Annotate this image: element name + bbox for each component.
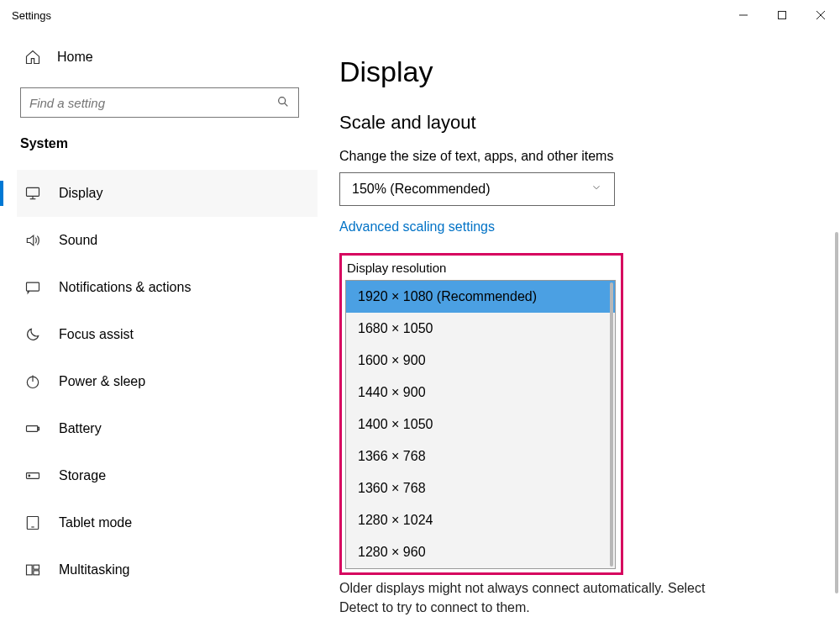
minimize-button[interactable] bbox=[724, 2, 763, 29]
resolution-option[interactable]: 1360 × 768 bbox=[346, 472, 615, 504]
advanced-scaling-link[interactable]: Advanced scaling settings bbox=[339, 219, 495, 235]
resolution-option[interactable]: 1366 × 768 bbox=[346, 440, 615, 472]
tablet-icon bbox=[24, 514, 42, 531]
sidebar-item-display[interactable]: Display bbox=[17, 170, 318, 217]
resolution-option[interactable]: 1280 × 1024 bbox=[346, 504, 615, 536]
search-icon bbox=[276, 95, 290, 111]
scale-label: Change the size of text, apps, and other… bbox=[339, 149, 815, 164]
sidebar-item-battery[interactable]: Battery bbox=[17, 405, 318, 452]
resolution-option[interactable]: 1280 × 960 bbox=[346, 536, 615, 568]
sidebar-item-focus-assist[interactable]: Focus assist bbox=[17, 311, 318, 358]
svg-rect-13 bbox=[38, 427, 39, 430]
sidebar-item-sound[interactable]: Sound bbox=[17, 217, 318, 264]
power-icon bbox=[24, 373, 42, 390]
sidebar-item-label: Storage bbox=[59, 468, 106, 483]
resolution-option[interactable]: 1600 × 900 bbox=[346, 345, 615, 377]
close-button[interactable] bbox=[801, 2, 840, 29]
svg-rect-6 bbox=[27, 187, 39, 196]
battery-icon bbox=[24, 420, 42, 437]
search-box[interactable] bbox=[20, 87, 299, 118]
window-title: Settings bbox=[12, 9, 51, 22]
section-title: Scale and layout bbox=[339, 112, 815, 134]
sidebar-item-notifications[interactable]: Notifications & actions bbox=[17, 264, 318, 311]
maximize-button[interactable] bbox=[763, 2, 801, 29]
sidebar-item-label: Focus assist bbox=[59, 327, 134, 342]
sidebar-item-label: Tablet mode bbox=[59, 515, 132, 530]
sidebar-item-tablet-mode[interactable]: Tablet mode bbox=[17, 499, 318, 546]
monitor-icon bbox=[24, 185, 42, 202]
message-icon bbox=[24, 279, 42, 296]
sidebar-item-label: Sound bbox=[59, 233, 97, 248]
home-icon bbox=[24, 49, 42, 66]
svg-line-5 bbox=[285, 103, 288, 106]
svg-rect-18 bbox=[27, 565, 33, 575]
sidebar-item-power-sleep[interactable]: Power & sleep bbox=[17, 358, 318, 405]
scale-value: 150% (Recommended) bbox=[352, 182, 491, 197]
search-input[interactable] bbox=[29, 96, 276, 110]
svg-rect-9 bbox=[27, 282, 39, 291]
svg-point-15 bbox=[29, 475, 30, 477]
sidebar-item-label: Battery bbox=[59, 421, 102, 436]
storage-icon bbox=[24, 467, 42, 484]
page-title: Display bbox=[339, 55, 815, 88]
sidebar-item-multitasking[interactable]: Multitasking bbox=[17, 546, 318, 593]
chevron-down-icon bbox=[591, 182, 602, 197]
home-button[interactable]: Home bbox=[17, 39, 318, 76]
main-content: Display Scale and layout Change the size… bbox=[318, 30, 840, 617]
window-controls bbox=[724, 2, 840, 29]
sidebar-item-label: Multitasking bbox=[59, 562, 129, 577]
sidebar-item-label: Display bbox=[59, 186, 102, 201]
category-label: System bbox=[17, 129, 318, 170]
dropdown-scrollbar[interactable] bbox=[610, 282, 613, 567]
sidebar: Home System Display Sound Notifications … bbox=[0, 30, 318, 617]
svg-rect-20 bbox=[34, 571, 39, 575]
resolution-label: Display resolution bbox=[345, 261, 617, 280]
svg-rect-1 bbox=[779, 12, 786, 19]
resolution-option[interactable]: 1400 × 1050 bbox=[346, 409, 615, 440]
page-scrollbar[interactable] bbox=[835, 232, 838, 593]
resolution-highlight-box: Display resolution 1920 × 1080 (Recommen… bbox=[339, 253, 623, 575]
svg-point-4 bbox=[279, 97, 286, 103]
resolution-option[interactable]: 1680 × 1050 bbox=[346, 313, 615, 345]
resolution-dropdown[interactable]: 1920 × 1080 (Recommended) 1680 × 1050 16… bbox=[345, 280, 616, 569]
detect-hint-text: Older displays might not always connect … bbox=[339, 579, 823, 617]
titlebar: Settings bbox=[0, 0, 840, 30]
speaker-icon bbox=[24, 232, 42, 249]
multitask-icon bbox=[24, 562, 42, 578]
sidebar-item-label: Power & sleep bbox=[59, 374, 145, 389]
moon-icon bbox=[24, 326, 42, 343]
resolution-option[interactable]: 1440 × 900 bbox=[346, 377, 615, 409]
svg-rect-19 bbox=[34, 565, 39, 569]
sidebar-item-storage[interactable]: Storage bbox=[17, 452, 318, 499]
home-label: Home bbox=[57, 50, 93, 65]
sidebar-item-label: Notifications & actions bbox=[59, 280, 191, 295]
resolution-option[interactable]: 1920 × 1080 (Recommended) bbox=[346, 281, 615, 313]
svg-rect-12 bbox=[27, 426, 38, 432]
scale-select[interactable]: 150% (Recommended) bbox=[339, 172, 615, 206]
